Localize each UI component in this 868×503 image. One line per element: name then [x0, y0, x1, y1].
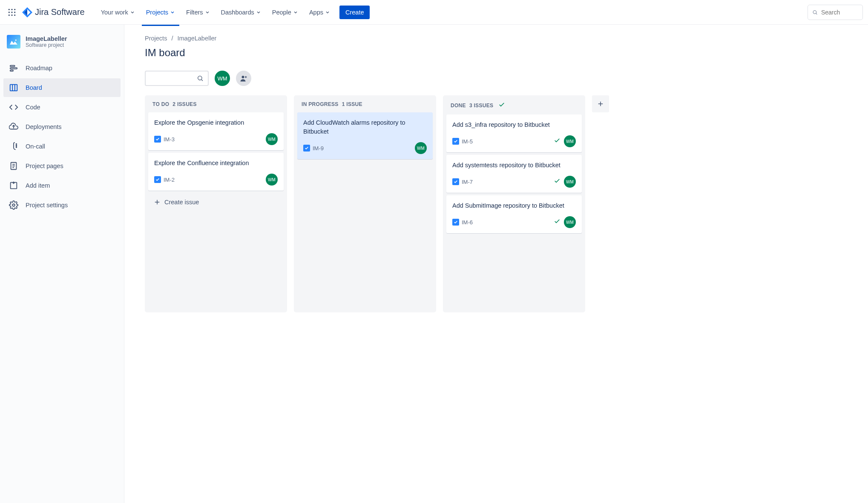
oncall-icon	[9, 141, 19, 151]
issue-key: IM-3	[164, 136, 175, 143]
issue-title: Add systemtests repository to Bitbucket	[452, 161, 576, 170]
sidebar-item-deployments[interactable]: Deployments	[3, 117, 121, 136]
svg-point-19	[16, 144, 17, 145]
app-switcher-icon[interactable]	[5, 6, 19, 19]
breadcrumb-root[interactable]: Projects	[145, 35, 167, 42]
sidebar-item-label: On-call	[26, 143, 45, 150]
pages-icon	[9, 161, 19, 171]
issue-card[interactable]: Add s3_infra repository to BitbucketIM-5…	[446, 114, 582, 152]
issue-title: Add s3_infra repository to Bitbucket	[452, 120, 576, 129]
task-type-icon	[452, 138, 459, 145]
sidebar-item-additem[interactable]: Add item	[3, 176, 121, 195]
task-type-icon	[303, 145, 310, 151]
column-done: Done 3 issuesAdd s3_infra repository to …	[443, 95, 585, 312]
issue-card[interactable]: Add SubmitImage repository to BitbucketI…	[446, 195, 582, 233]
svg-line-31	[201, 80, 203, 81]
svg-point-8	[14, 14, 15, 16]
create-issue-button[interactable]: Create issue	[148, 194, 284, 210]
sidebar-item-label: Project pages	[26, 163, 63, 169]
sidebar-item-code[interactable]: Code	[3, 98, 121, 117]
issue-key: IM-2	[164, 177, 175, 183]
page-title: IM board	[145, 47, 868, 59]
card-footer: IM-6WM	[452, 216, 576, 228]
jira-logo[interactable]: Jira Software	[22, 7, 85, 17]
card-footer: IM-7WM	[452, 176, 576, 188]
settings-icon	[9, 200, 19, 210]
add-column-button[interactable]	[592, 95, 609, 112]
project-name: ImageLabeller	[26, 35, 67, 42]
done-check-icon	[554, 137, 560, 146]
create-button[interactable]: Create	[339, 6, 370, 19]
svg-point-12	[15, 40, 17, 41]
svg-point-9	[813, 10, 816, 14]
nav-label: Your work	[101, 9, 128, 16]
svg-point-5	[14, 11, 15, 13]
add-icon	[9, 180, 19, 191]
assignee-avatar[interactable]: WM	[415, 142, 427, 154]
sidebar-item-label: Deployments	[26, 123, 62, 130]
svg-point-4	[11, 11, 12, 13]
breadcrumb: Projects / ImageLabeller	[145, 35, 868, 42]
assignee-avatar[interactable]: WM	[564, 176, 576, 188]
nav-items: Your workProjectsFiltersDashboardsPeople…	[97, 6, 334, 18]
nav-label: Projects	[146, 9, 168, 16]
sidebar-item-label: Code	[26, 104, 40, 111]
search-input[interactable]	[821, 9, 858, 16]
svg-point-32	[242, 76, 244, 78]
sidebar-item-oncall[interactable]: On-call	[3, 137, 121, 156]
kanban-board: To Do 2 issuesExplore the Opsgenie integ…	[145, 95, 868, 312]
issue-title: Add CloudWatch alarms repository to Bitb…	[303, 118, 427, 136]
done-check-icon	[498, 101, 505, 109]
sidebar-item-board[interactable]: Board	[3, 78, 121, 97]
issue-card[interactable]: Explore the Confluence integrationIM-2WM	[148, 153, 284, 191]
board-icon	[9, 83, 19, 93]
search-icon	[812, 9, 818, 16]
nav-filters[interactable]: Filters	[182, 6, 214, 18]
issue-card[interactable]: Explore the Opsgenie integrationIM-3WM	[148, 112, 284, 150]
column-count: 1 issue	[342, 101, 362, 107]
user-avatar[interactable]: WM	[215, 71, 230, 86]
board-search[interactable]	[145, 71, 209, 86]
card-footer: IM-2WM	[154, 174, 278, 186]
deploy-icon	[9, 122, 19, 132]
column-name: To Do	[152, 101, 169, 107]
sidebar-nav: RoadmapBoardCodeDeploymentsOn-callProjec…	[3, 59, 121, 214]
project-header[interactable]: ImageLabeller Software project	[3, 35, 121, 59]
nav-your-work[interactable]: Your work	[97, 6, 139, 18]
issue-title: Explore the Opsgenie integration	[154, 118, 278, 127]
svg-rect-15	[10, 70, 13, 71]
add-people-button[interactable]	[236, 71, 251, 86]
nav-projects[interactable]: Projects	[142, 6, 179, 18]
sidebar-item-label: Add item	[26, 182, 50, 189]
column-name: Done	[451, 103, 466, 109]
breadcrumb-current[interactable]: ImageLabeller	[177, 35, 216, 42]
sidebar-item-settings[interactable]: Project settings	[3, 196, 121, 214]
column-count: 3 issues	[469, 103, 493, 109]
issue-card[interactable]: Add systemtests repository to BitbucketI…	[446, 155, 582, 193]
task-type-icon	[452, 178, 459, 185]
svg-point-21	[16, 147, 17, 148]
issue-title: Explore the Confluence integration	[154, 159, 278, 168]
nav-dashboards[interactable]: Dashboards	[217, 6, 265, 18]
assignee-avatar[interactable]: WM	[564, 135, 576, 147]
nav-apps[interactable]: Apps	[305, 6, 334, 18]
sidebar-item-label: Roadmap	[26, 65, 52, 71]
global-search[interactable]	[808, 5, 863, 20]
card-footer: IM-5WM	[452, 135, 576, 147]
assignee-avatar[interactable]: WM	[266, 174, 278, 186]
nav-people[interactable]: People	[268, 6, 302, 18]
card-footer: IM-3WM	[154, 133, 278, 145]
svg-point-1	[11, 9, 12, 10]
svg-point-3	[9, 11, 10, 13]
code-icon	[9, 102, 19, 112]
issue-card[interactable]: Add CloudWatch alarms repository to Bitb…	[297, 112, 433, 159]
done-check-icon	[554, 177, 560, 186]
issue-key: IM-5	[462, 138, 473, 145]
search-icon	[197, 75, 204, 82]
column-header: To Do 2 issues	[148, 101, 284, 112]
sidebar-item-roadmap[interactable]: Roadmap	[3, 59, 121, 77]
assignee-avatar[interactable]: WM	[266, 133, 278, 145]
sidebar-item-pages[interactable]: Project pages	[3, 157, 121, 175]
assignee-avatar[interactable]: WM	[564, 216, 576, 228]
done-check-icon	[554, 218, 560, 226]
